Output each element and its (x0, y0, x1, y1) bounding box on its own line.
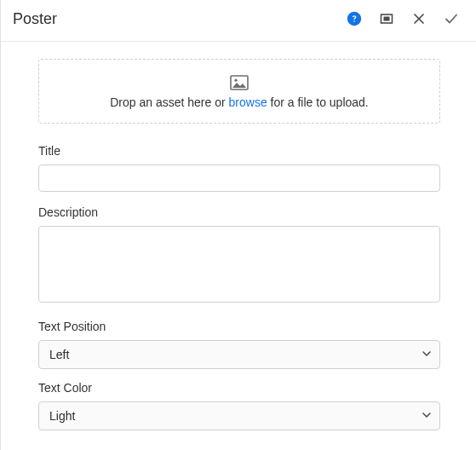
browse-link[interactable]: browse (229, 95, 267, 109)
title-label: Title (38, 144, 440, 158)
panel-header: Poster (1, 0, 476, 42)
checkmark-icon (444, 11, 459, 26)
fullscreen-button[interactable] (370, 5, 403, 32)
title-input[interactable] (38, 164, 440, 192)
text-position-field: Text Position Left (38, 320, 440, 369)
asset-dropzone[interactable]: Drop an asset here or browse for a file … (38, 59, 440, 124)
svg-point-6 (234, 79, 237, 82)
text-color-label: Text Color (38, 381, 440, 395)
close-button[interactable] (403, 5, 435, 32)
image-icon (230, 75, 249, 90)
dropzone-text: Drop an asset here or browse for a file … (48, 95, 431, 109)
description-label: Description (38, 205, 440, 219)
text-position-label: Text Position (38, 320, 440, 333)
poster-panel: Poster (0, 0, 476, 450)
close-icon (413, 13, 425, 25)
description-input[interactable] (38, 226, 440, 303)
header-actions (338, 5, 467, 32)
title-field: Title (38, 144, 440, 192)
text-color-select[interactable]: Light (38, 401, 440, 430)
help-button[interactable] (338, 5, 370, 32)
text-color-field: Text Color Light (38, 381, 440, 430)
dropzone-prefix: Drop an asset here or (110, 95, 228, 109)
done-button[interactable] (435, 5, 467, 32)
panel-title: Poster (13, 10, 338, 28)
panel-body: Drop an asset here or browse for a file … (1, 42, 476, 450)
dropzone-suffix: for a file to upload. (267, 95, 369, 109)
description-field: Description (38, 205, 440, 306)
text-position-select[interactable]: Left (38, 340, 440, 369)
fullscreen-icon (379, 11, 394, 26)
help-icon (347, 11, 362, 26)
svg-rect-2 (384, 17, 390, 21)
